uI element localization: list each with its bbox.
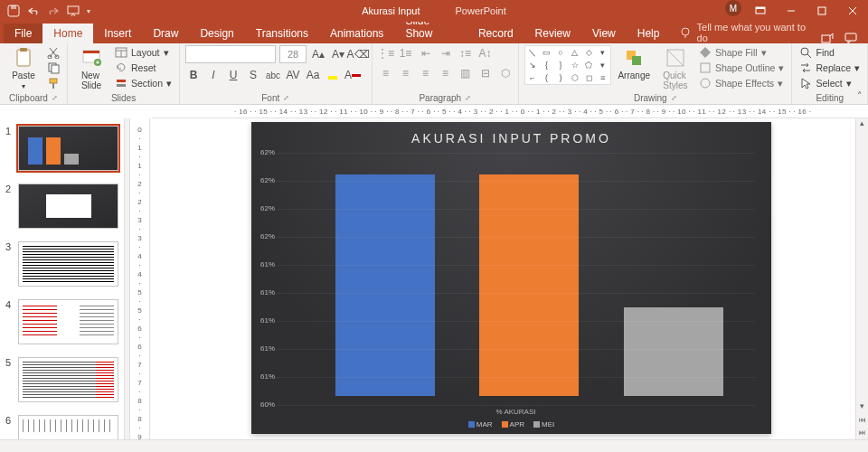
scroll-down-icon[interactable]: ▾ bbox=[856, 401, 868, 414]
replace-button[interactable]: Replace ▾ bbox=[797, 61, 862, 75]
italic-button[interactable]: I bbox=[205, 67, 222, 83]
tab-view[interactable]: View bbox=[581, 24, 627, 43]
bullets-button[interactable]: ⋮≡ bbox=[378, 45, 394, 61]
ribbon-display-icon[interactable] bbox=[745, 0, 776, 22]
tab-file[interactable]: File bbox=[4, 24, 42, 43]
font-color-button[interactable]: A bbox=[344, 67, 361, 83]
find-button[interactable]: Find bbox=[797, 45, 862, 60]
clipboard-dialog-icon[interactable]: ⤢ bbox=[52, 94, 58, 102]
collapse-ribbon-icon[interactable]: ˄ bbox=[857, 90, 863, 102]
tab-animations[interactable]: Animations bbox=[319, 24, 394, 43]
thumb-1[interactable]: 1 bbox=[0, 122, 124, 180]
svg-rect-13 bbox=[17, 50, 30, 66]
scroll-up-icon[interactable]: ▴ bbox=[856, 118, 868, 131]
font-size-input[interactable]: 28 bbox=[279, 45, 307, 63]
arrange-button[interactable]: Arrange bbox=[615, 45, 654, 82]
slide[interactable]: AKURASI INPUT PROMO % AKURASI 62%62%62%6… bbox=[251, 122, 771, 434]
indent-inc-button[interactable]: ⇥ bbox=[438, 45, 454, 61]
autosave-icon[interactable] bbox=[7, 5, 20, 17]
shadow-button[interactable]: abc bbox=[265, 67, 281, 83]
user-avatar[interactable]: M bbox=[725, 0, 741, 16]
align-right-button[interactable]: ≡ bbox=[418, 65, 434, 81]
smartart-button[interactable]: ⬡ bbox=[497, 65, 514, 81]
shape-effects-icon bbox=[699, 77, 712, 89]
tab-design[interactable]: Design bbox=[189, 24, 244, 43]
slide-canvas[interactable]: AKURASI INPUT PROMO % AKURASI 62%62%62%6… bbox=[150, 118, 855, 439]
qat-more-icon[interactable]: ▾ bbox=[87, 7, 90, 15]
svg-rect-1 bbox=[11, 5, 16, 9]
tab-transitions[interactable]: Transitions bbox=[245, 24, 319, 43]
shape-fill-button[interactable]: Shape Fill ▾ bbox=[697, 45, 787, 60]
close-button[interactable] bbox=[837, 0, 868, 22]
reset-button[interactable]: Reset bbox=[113, 61, 174, 75]
slideshow-start-icon[interactable] bbox=[67, 5, 80, 17]
shapes-gallery[interactable]: ＼▭○△◇▾ ↘{}☆⬠▾ ⌐()⬡◻≡ bbox=[524, 45, 610, 85]
tab-review[interactable]: Review bbox=[524, 24, 581, 43]
paste-button[interactable]: Paste ▾ bbox=[5, 45, 42, 92]
tab-record[interactable]: Record bbox=[467, 24, 524, 43]
redo-icon[interactable] bbox=[47, 5, 60, 17]
thumb-6[interactable]: 6 bbox=[0, 411, 124, 439]
thumb-4[interactable]: 4 bbox=[0, 296, 124, 353]
tell-me-search[interactable]: Tell me what you want to do bbox=[670, 22, 821, 43]
copy-icon bbox=[47, 61, 60, 74]
select-button[interactable]: Select ▾ bbox=[797, 76, 862, 90]
maximize-button[interactable] bbox=[807, 0, 837, 22]
layout-button[interactable]: Layout ▾ bbox=[113, 45, 174, 60]
tab-insert[interactable]: Insert bbox=[93, 24, 142, 43]
slide-thumbnails[interactable]: 1 2 3 4 5 6 bbox=[0, 118, 125, 439]
numbering-button[interactable]: 1≡ bbox=[398, 45, 414, 61]
underline-button[interactable]: U bbox=[225, 67, 241, 83]
font-family-input[interactable] bbox=[185, 45, 276, 63]
shape-effects-button[interactable]: Shape Effects ▾ bbox=[697, 76, 787, 90]
section-button[interactable]: Section ▾ bbox=[113, 76, 174, 90]
shape-fill-icon bbox=[699, 46, 712, 59]
strike-button[interactable]: S bbox=[245, 67, 261, 83]
thumb-2[interactable]: 2 bbox=[0, 180, 124, 238]
copy-button[interactable] bbox=[45, 61, 61, 75]
text-direction-button[interactable]: A↕ bbox=[477, 45, 494, 61]
clear-format-icon[interactable]: A⌫ bbox=[350, 46, 366, 62]
bold-button[interactable]: B bbox=[185, 67, 202, 83]
paragraph-dialog-icon[interactable]: ⤢ bbox=[465, 94, 471, 102]
drawing-dialog-icon[interactable]: ⤢ bbox=[671, 94, 677, 102]
new-slide-button[interactable]: New Slide bbox=[73, 45, 109, 92]
align-text-button[interactable]: ⊟ bbox=[477, 65, 494, 81]
quick-styles-button[interactable]: Quick Styles bbox=[657, 45, 693, 92]
prev-slide-icon[interactable]: ⏮ bbox=[856, 416, 868, 427]
tab-home[interactable]: Home bbox=[42, 24, 93, 43]
chart-xlabel: % AKURASI bbox=[277, 408, 755, 416]
font-dialog-icon[interactable]: ⤢ bbox=[283, 94, 289, 102]
undo-icon[interactable] bbox=[27, 5, 40, 17]
increase-font-icon[interactable]: A▴ bbox=[310, 46, 326, 62]
share-icon[interactable] bbox=[821, 33, 834, 43]
svg-rect-36 bbox=[701, 63, 710, 72]
group-font: 28 A▴ A▾ A⌫ B I U S abc AV Aa A Font⤢ bbox=[180, 43, 372, 104]
ribbon-tabs: File Home Insert Draw Design Transitions… bbox=[0, 22, 868, 43]
shape-outline-button[interactable]: Shape Outline ▾ bbox=[697, 61, 787, 75]
comments-icon[interactable] bbox=[844, 33, 857, 43]
highlight-button[interactable] bbox=[325, 67, 341, 83]
cut-button[interactable] bbox=[45, 45, 61, 60]
justify-button[interactable]: ≡ bbox=[438, 65, 454, 81]
tab-help[interactable]: Help bbox=[627, 24, 671, 43]
thumb-5[interactable]: 5 bbox=[0, 353, 124, 411]
svg-rect-14 bbox=[20, 48, 27, 52]
char-spacing-button[interactable]: AV bbox=[285, 67, 301, 83]
indent-dec-button[interactable]: ⇤ bbox=[418, 45, 434, 61]
tab-draw[interactable]: Draw bbox=[142, 24, 189, 43]
paragraph-group-label: Paragraph bbox=[419, 93, 461, 103]
minimize-button[interactable] bbox=[776, 0, 807, 22]
change-case-button[interactable]: Aa bbox=[305, 67, 321, 83]
align-left-button[interactable]: ≡ bbox=[378, 65, 394, 81]
group-paragraph: ⋮≡ 1≡ ⇤ ⇥ ↕≡ A↕ ≡ ≡ ≡ ≡ ▥ ⊟ ⬡ Paragraph⤢ bbox=[373, 43, 520, 104]
vertical-scrollbar[interactable]: ▴ ▾ ⏮ ⏭ bbox=[855, 118, 868, 439]
thumb-3[interactable]: 3 bbox=[0, 238, 124, 296]
columns-button[interactable]: ▥ bbox=[458, 65, 474, 81]
decrease-font-icon[interactable]: A▾ bbox=[330, 46, 346, 62]
format-painter-button[interactable] bbox=[45, 76, 61, 90]
line-spacing-button[interactable]: ↕≡ bbox=[458, 45, 474, 61]
paste-icon bbox=[13, 47, 34, 69]
next-slide-icon[interactable]: ⏭ bbox=[856, 428, 868, 439]
align-center-button[interactable]: ≡ bbox=[398, 65, 414, 81]
